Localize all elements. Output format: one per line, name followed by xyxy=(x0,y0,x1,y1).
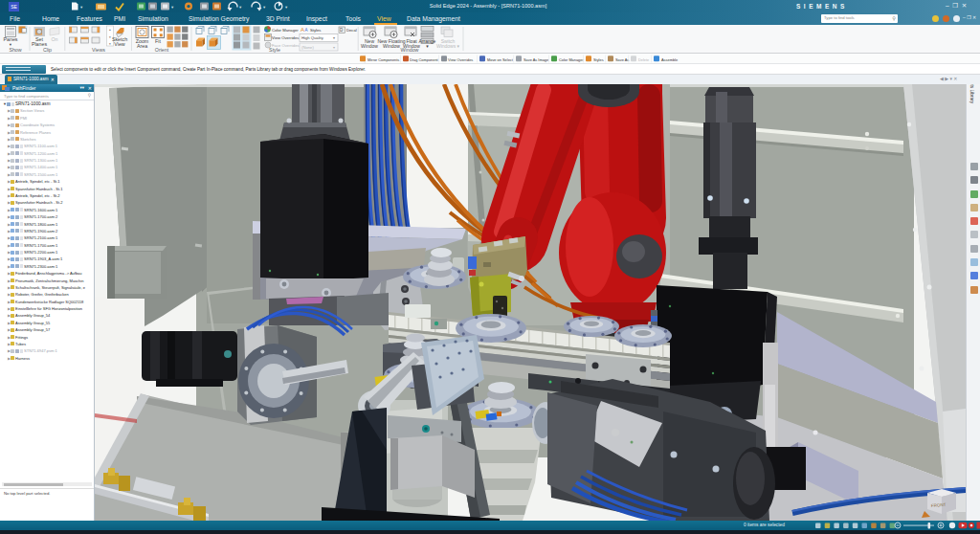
svg-text:Area: Area xyxy=(137,43,147,49)
svg-text:Save As: Save As xyxy=(615,57,629,62)
svg-text:▾: ▾ xyxy=(333,45,335,50)
svg-text:Window: Window xyxy=(383,43,400,49)
svg-text:Face Overrides: Face Overrides xyxy=(272,43,300,48)
svg-text:Window: Window xyxy=(403,43,420,49)
svg-text:Views: Views xyxy=(92,47,105,53)
svg-text:Delete: Delete xyxy=(638,57,649,62)
svg-text:Styles: Styles xyxy=(310,28,321,33)
svg-text:Save As Image: Save As Image xyxy=(523,57,548,62)
svg-text:Color Manager: Color Manager xyxy=(272,28,299,33)
svg-text:Move on Select: Move on Select xyxy=(487,57,514,62)
svg-text:Clip: Clip xyxy=(43,47,52,53)
svg-text:▾: ▾ xyxy=(263,5,266,10)
svg-text:Orient: Orient xyxy=(155,47,169,53)
svg-text:▴: ▴ xyxy=(109,28,111,32)
svg-text:▾: ▾ xyxy=(239,5,242,10)
svg-text:▾: ▾ xyxy=(171,5,174,10)
svg-text:Fit: Fit xyxy=(155,38,161,44)
svg-text:Color Manager: Color Manager xyxy=(559,57,584,62)
svg-text:Windows ▾: Windows ▾ xyxy=(436,43,460,49)
svg-text:▾: ▾ xyxy=(426,43,429,49)
svg-text:Show: Show xyxy=(9,47,21,53)
svg-text:High Quality: High Quality xyxy=(301,35,324,40)
svg-text:Styles: Styles xyxy=(593,57,604,62)
svg-text:A: A xyxy=(305,28,308,33)
svg-text:(None): (None) xyxy=(301,45,314,50)
svg-text:▾: ▾ xyxy=(285,5,288,10)
svg-text:On: On xyxy=(51,36,57,42)
svg-text:▾: ▾ xyxy=(109,42,111,46)
svg-text:Mirror Components: Mirror Components xyxy=(368,57,399,62)
svg-text:A: A xyxy=(301,27,304,33)
svg-text:View Overrides: View Overrides xyxy=(448,57,473,62)
svg-text:Window: Window xyxy=(361,43,378,49)
svg-text:Planes: Planes xyxy=(32,41,48,47)
svg-text:▾: ▾ xyxy=(333,35,335,40)
svg-text:View Overrides: View Overrides xyxy=(272,35,299,40)
svg-text:Decal: Decal xyxy=(346,28,357,33)
svg-text:Drag Component: Drag Component xyxy=(410,57,439,62)
svg-text:View: View xyxy=(114,41,125,47)
svg-text:Assemble: Assemble xyxy=(661,57,678,62)
svg-text:▾: ▾ xyxy=(80,5,83,10)
svg-text:▾: ▾ xyxy=(109,35,111,39)
svg-text:Panes: Panes xyxy=(3,36,17,42)
